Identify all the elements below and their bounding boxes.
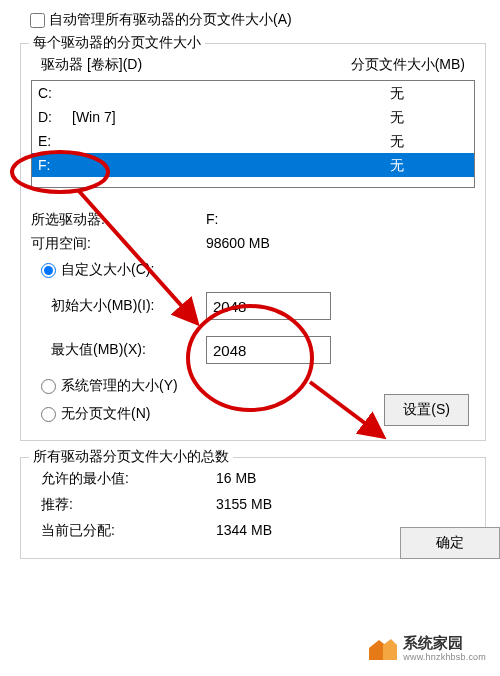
pagefile-col-header: 分页文件大小(MB) — [351, 56, 465, 74]
auto-manage-checkbox[interactable] — [30, 13, 45, 28]
watermark-url: www.hnzkhbsb.com — [403, 652, 486, 662]
virtual-memory-dialog: 自动管理所有驱动器的分页文件大小(A) 每个驱动器的分页文件大小 驱动器 [卷标… — [0, 0, 500, 567]
drive-letter: F: — [38, 156, 50, 174]
ok-button[interactable]: 确定 — [400, 527, 500, 559]
initial-size-input[interactable] — [206, 292, 331, 320]
initial-size-row: 初始大小(MB)(I): — [31, 284, 475, 328]
max-size-input[interactable] — [206, 336, 331, 364]
drive-letter: D: — [38, 108, 52, 126]
custom-size-label: 自定义大小(C): — [61, 261, 154, 279]
drive-volume: [Win 7] — [72, 108, 116, 126]
drive-list[interactable]: C: 无 D: [Win 7] 无 E: 无 — [31, 80, 475, 188]
min-allowed-label: 允许的最小值: — [41, 470, 216, 488]
initial-size-label: 初始大小(MB)(I): — [31, 297, 206, 315]
system-managed-radio[interactable] — [41, 379, 56, 394]
custom-size-radio[interactable] — [41, 263, 56, 278]
dialog-buttons: 确定 — [400, 519, 500, 567]
selected-drive-value: F: — [206, 211, 475, 229]
allocated-label: 当前已分配: — [41, 522, 216, 540]
drive-row-c[interactable]: C: 无 — [32, 81, 474, 105]
drive-pagefile: 无 — [390, 132, 404, 150]
custom-size-row: 自定义大小(C): — [31, 256, 475, 284]
watermark-logo-icon — [365, 632, 397, 664]
no-pagefile-label: 无分页文件(N) — [61, 405, 150, 423]
space-available-label: 可用空间: — [31, 235, 206, 253]
system-managed-label: 系统管理的大小(Y) — [61, 377, 178, 395]
recommended-value: 3155 MB — [216, 496, 475, 514]
space-available-row: 可用空间: 98600 MB — [31, 232, 475, 256]
per-drive-group: 每个驱动器的分页文件大小 驱动器 [卷标](D) 分页文件大小(MB) C: 无… — [20, 43, 486, 441]
max-size-label: 最大值(MB)(X): — [31, 341, 206, 359]
totals-group-title: 所有驱动器分页文件大小的总数 — [29, 448, 233, 466]
max-size-row: 最大值(MB)(X): — [31, 328, 475, 372]
min-allowed-row: 允许的最小值: 16 MB — [31, 466, 475, 492]
drive-pagefile: 无 — [390, 84, 404, 102]
selected-drive-row: 所选驱动器: F: — [31, 208, 475, 232]
per-drive-group-title: 每个驱动器的分页文件大小 — [29, 34, 205, 52]
drive-list-header: 驱动器 [卷标](D) 分页文件大小(MB) — [31, 52, 475, 80]
min-allowed-value: 16 MB — [216, 470, 475, 488]
drive-letter: E: — [38, 132, 51, 150]
watermark-text: 系统家园 www.hnzkhbsb.com — [403, 634, 486, 662]
selected-drive-label: 所选驱动器: — [31, 211, 206, 229]
drive-letter: C: — [38, 84, 52, 102]
recommended-row: 推荐: 3155 MB — [31, 492, 475, 518]
drive-col-header: 驱动器 [卷标](D) — [41, 56, 142, 74]
drive-pagefile: 无 — [390, 156, 404, 174]
watermark-title: 系统家园 — [403, 634, 486, 652]
space-available-value: 98600 MB — [206, 235, 475, 253]
auto-manage-label: 自动管理所有驱动器的分页文件大小(A) — [49, 11, 292, 29]
drive-row-d[interactable]: D: [Win 7] 无 — [32, 105, 474, 129]
set-button[interactable]: 设置(S) — [384, 394, 469, 426]
watermark: 系统家园 www.hnzkhbsb.com — [359, 628, 492, 668]
auto-manage-row: 自动管理所有驱动器的分页文件大小(A) — [20, 8, 486, 35]
recommended-label: 推荐: — [41, 496, 216, 514]
drive-row-e[interactable]: E: 无 — [32, 129, 474, 153]
drive-row-f[interactable]: F: 无 — [32, 153, 474, 177]
no-pagefile-radio[interactable] — [41, 407, 56, 422]
drive-pagefile: 无 — [390, 108, 404, 126]
